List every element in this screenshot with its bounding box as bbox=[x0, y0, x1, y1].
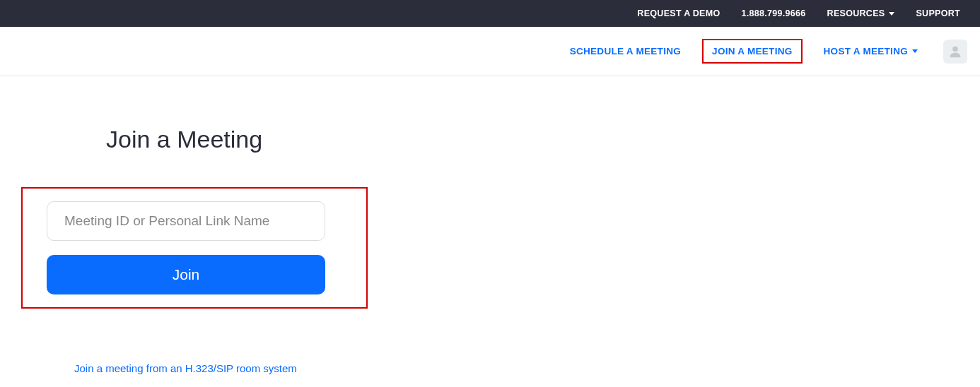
resources-label: RESOURCES bbox=[827, 8, 885, 18]
request-demo-link[interactable]: REQUEST A DEMO bbox=[637, 8, 720, 18]
main-nav: SCHEDULE A MEETING JOIN A MEETING HOST A… bbox=[0, 27, 980, 76]
svg-point-0 bbox=[952, 46, 958, 52]
page-title: Join a Meeting bbox=[106, 126, 636, 153]
join-meeting-link[interactable]: JOIN A MEETING bbox=[702, 39, 802, 64]
user-icon bbox=[947, 44, 963, 59]
join-form-highlight: Join bbox=[21, 187, 368, 309]
top-utility-bar: REQUEST A DEMO 1.888.799.9666 RESOURCES … bbox=[0, 0, 980, 27]
room-system-link[interactable]: Join a meeting from an H.323/SIP room sy… bbox=[74, 362, 297, 374]
main-content: Join a Meeting Join Join a meeting from … bbox=[0, 76, 636, 375]
meeting-id-input[interactable] bbox=[47, 201, 325, 241]
chevron-down-icon bbox=[912, 49, 918, 53]
host-meeting-dropdown[interactable]: HOST A MEETING bbox=[821, 42, 921, 61]
schedule-meeting-link[interactable]: SCHEDULE A MEETING bbox=[567, 42, 684, 61]
phone-number[interactable]: 1.888.799.9666 bbox=[741, 8, 805, 18]
avatar[interactable] bbox=[943, 40, 967, 64]
chevron-down-icon bbox=[889, 12, 894, 16]
resources-dropdown[interactable]: RESOURCES bbox=[827, 8, 895, 18]
host-meeting-label: HOST A MEETING bbox=[824, 46, 908, 56]
join-button[interactable]: Join bbox=[47, 255, 325, 294]
support-link[interactable]: SUPPORT bbox=[916, 8, 960, 18]
